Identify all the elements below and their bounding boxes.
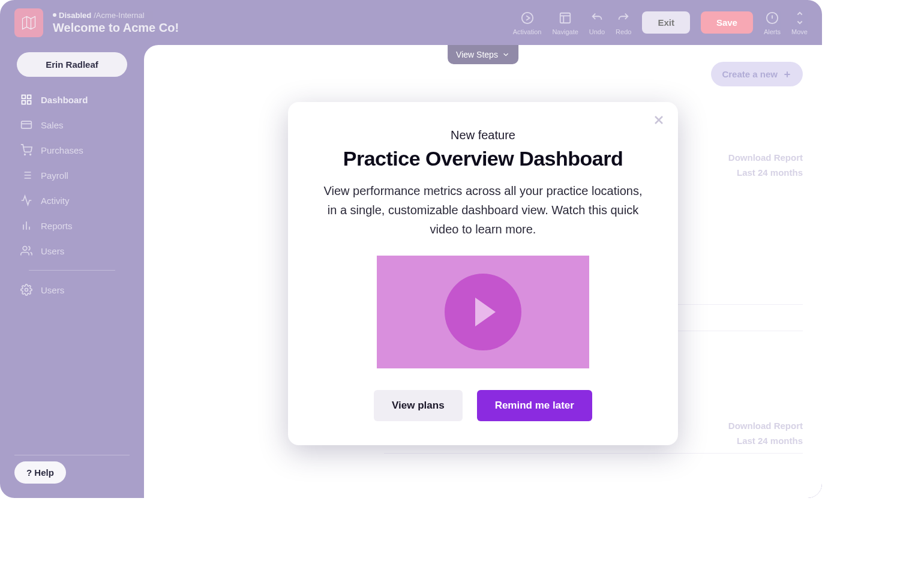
user-pill[interactable]: Erin Radleaf bbox=[17, 52, 127, 77]
sidebar-item-settings-users[interactable]: Users bbox=[14, 278, 130, 302]
sidebar-item-label: Users bbox=[41, 285, 64, 295]
sidebar-item-reports[interactable]: Reports bbox=[14, 214, 130, 238]
sidebar-item-label: Purchases bbox=[41, 145, 83, 155]
close-icon bbox=[652, 113, 666, 127]
sidebar-item-dashboard[interactable]: Dashboard bbox=[14, 88, 130, 112]
title-block: Disabled /Acme-Internal Welcome to Acme … bbox=[53, 11, 503, 35]
breadcrumb: Disabled /Acme-Internal bbox=[53, 11, 503, 20]
nav: Dashboard Sales Purchases Payroll Activi… bbox=[0, 88, 144, 302]
sidebar-item-label: Dashboard bbox=[41, 95, 88, 105]
chart-range: Last 24 months bbox=[737, 167, 803, 178]
move-button[interactable]: Move bbox=[791, 10, 808, 35]
chart2-range: Last 24 months bbox=[737, 436, 803, 446]
move-icon bbox=[793, 11, 806, 25]
sidebar: Erin Radleaf Dashboard Sales Purchases P… bbox=[0, 45, 144, 498]
chevron-down-icon bbox=[502, 50, 510, 59]
activation-button[interactable]: Activation bbox=[513, 10, 542, 35]
body-row: Erin Radleaf Dashboard Sales Purchases P… bbox=[0, 45, 822, 498]
cart-icon bbox=[20, 144, 32, 156]
redo-button[interactable]: Redo bbox=[616, 10, 631, 35]
sidebar-item-sales[interactable]: Sales bbox=[14, 113, 130, 137]
feature-modal: New feature Practice Overview Dashboard … bbox=[288, 102, 678, 445]
card-icon bbox=[20, 119, 32, 131]
gear-icon bbox=[20, 284, 32, 296]
modal-actions: View plans Remind me later bbox=[318, 390, 648, 421]
sidebar-item-label: Activity bbox=[41, 196, 70, 206]
breadcrumb-status: Disabled bbox=[59, 11, 91, 20]
grid-icon bbox=[20, 94, 32, 106]
play-button bbox=[445, 274, 521, 350]
svg-point-8 bbox=[25, 154, 26, 155]
help-button[interactable]: ? Help bbox=[14, 461, 66, 484]
plus-icon bbox=[782, 70, 792, 79]
sidebar-item-label: Reports bbox=[41, 221, 73, 231]
undo-button[interactable]: Undo bbox=[589, 10, 605, 35]
map-icon bbox=[20, 14, 37, 31]
modal-title: Practice Overview Dashboard bbox=[318, 147, 648, 170]
svg-rect-6 bbox=[28, 101, 31, 104]
svg-rect-5 bbox=[22, 101, 26, 104]
svg-rect-4 bbox=[28, 95, 31, 99]
breadcrumb-path: /Acme-Internal bbox=[94, 11, 145, 20]
download-report-link-2[interactable]: Download Report bbox=[728, 421, 803, 431]
navigate-icon bbox=[559, 11, 572, 25]
topbar-actions: Activation Navigate Undo Redo Exit Save … bbox=[513, 10, 808, 35]
exit-button[interactable]: Exit bbox=[642, 11, 690, 34]
sidebar-item-purchases[interactable]: Purchases bbox=[14, 138, 130, 162]
svg-point-10 bbox=[23, 247, 27, 251]
page-title: Welcome to Acme Co! bbox=[53, 21, 503, 35]
create-button[interactable]: Create a new bbox=[711, 62, 803, 86]
list-icon bbox=[20, 169, 32, 181]
save-button[interactable]: Save bbox=[701, 11, 753, 34]
nav-divider bbox=[29, 270, 115, 271]
nav-divider-bottom bbox=[14, 455, 130, 455]
sidebar-item-activity[interactable]: Activity bbox=[14, 188, 130, 212]
video-thumbnail[interactable] bbox=[377, 256, 589, 368]
play-icon bbox=[475, 298, 496, 326]
activity-icon bbox=[20, 194, 32, 206]
remind-later-button[interactable]: Remind me later bbox=[477, 390, 592, 421]
svg-point-9 bbox=[30, 154, 31, 155]
modal-body: View performance metrics across all your… bbox=[318, 181, 648, 239]
topbar: Disabled /Acme-Internal Welcome to Acme … bbox=[0, 0, 822, 45]
sidebar-item-label: Payroll bbox=[41, 170, 68, 181]
sidebar-item-label: Sales bbox=[41, 120, 64, 130]
sidebar-item-label: Users bbox=[41, 246, 64, 256]
sidebar-item-payroll[interactable]: Payroll bbox=[14, 163, 130, 187]
alerts-icon bbox=[766, 11, 779, 25]
status-dot-icon bbox=[53, 13, 56, 17]
undo-icon bbox=[590, 11, 604, 25]
view-plans-button[interactable]: View plans bbox=[374, 390, 463, 421]
bar-chart-icon bbox=[20, 220, 32, 232]
alerts-button[interactable]: Alerts bbox=[764, 10, 781, 35]
app-frame: Disabled /Acme-Internal Welcome to Acme … bbox=[0, 0, 822, 498]
users-icon bbox=[20, 245, 32, 257]
svg-point-11 bbox=[25, 289, 28, 292]
svg-point-0 bbox=[521, 12, 532, 23]
svg-rect-7 bbox=[22, 121, 32, 128]
svg-rect-1 bbox=[560, 13, 571, 23]
download-report-link[interactable]: Download Report bbox=[728, 152, 803, 163]
redo-icon bbox=[617, 11, 630, 25]
navigate-button[interactable]: Navigate bbox=[552, 10, 578, 35]
sidebar-item-users[interactable]: Users bbox=[14, 239, 130, 263]
activation-icon bbox=[521, 11, 534, 25]
main-content: View Steps Create a new Download Report … bbox=[144, 45, 822, 498]
app-logo[interactable] bbox=[14, 8, 43, 37]
svg-rect-3 bbox=[22, 95, 26, 99]
modal-eyebrow: New feature bbox=[318, 128, 648, 142]
modal-close-button[interactable] bbox=[652, 113, 666, 127]
